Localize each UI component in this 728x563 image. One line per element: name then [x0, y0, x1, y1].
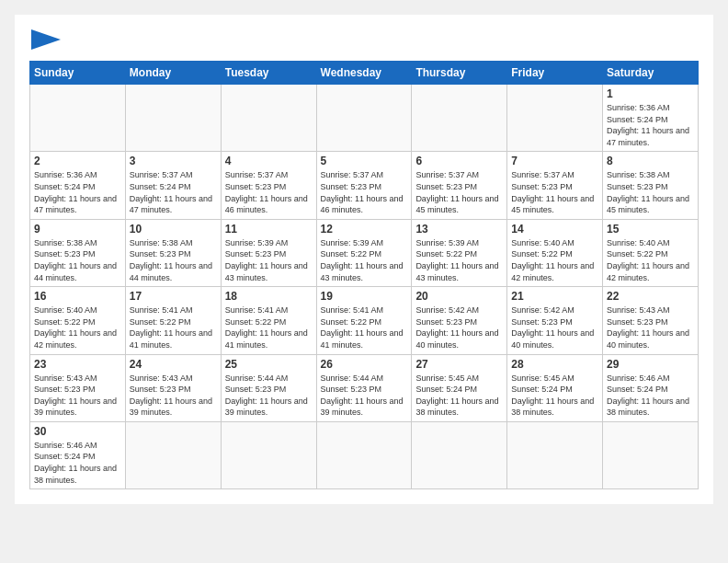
day-info: Sunrise: 5:37 AMSunset: 5:23 PMDaylight:… [511, 169, 598, 215]
day-number: 12 [321, 223, 408, 236]
calendar-week-5: 23Sunrise: 5:43 AMSunset: 5:23 PMDayligh… [30, 354, 699, 421]
calendar-cell-9: 9Sunrise: 5:38 AMSunset: 5:23 PMDaylight… [30, 219, 126, 286]
day-info: Sunrise: 5:39 AMSunset: 5:22 PMDaylight:… [321, 237, 408, 283]
day-info: Sunrise: 5:41 AMSunset: 5:22 PMDaylight:… [225, 304, 313, 350]
calendar-cell-empty [316, 421, 412, 488]
day-number: 1 [607, 87, 694, 100]
day-number: 3 [130, 155, 217, 167]
day-info: Sunrise: 5:45 AMSunset: 5:24 PMDaylight:… [415, 373, 503, 419]
calendar-week-2: 2Sunrise: 5:36 AMSunset: 5:24 PMDaylight… [30, 152, 699, 219]
calendar-week-3: 9Sunrise: 5:38 AMSunset: 5:23 PMDaylight… [30, 219, 699, 286]
day-info: Sunrise: 5:38 AMSunset: 5:23 PMDaylight:… [130, 237, 217, 283]
calendar-header-sunday: Sunday [30, 62, 126, 85]
logo [29, 29, 61, 50]
day-info: Sunrise: 5:37 AMSunset: 5:23 PMDaylight:… [415, 169, 503, 215]
day-info: Sunrise: 5:46 AMSunset: 5:24 PMDaylight:… [607, 373, 694, 419]
calendar-cell-17: 17Sunrise: 5:41 AMSunset: 5:22 PMDayligh… [125, 287, 221, 354]
day-info: Sunrise: 5:43 AMSunset: 5:23 PMDaylight:… [34, 373, 121, 419]
calendar-cell-28: 28Sunrise: 5:45 AMSunset: 5:24 PMDayligh… [507, 354, 603, 421]
calendar-cell-14: 14Sunrise: 5:40 AMSunset: 5:22 PMDayligh… [507, 219, 603, 286]
calendar-cell-26: 26Sunrise: 5:44 AMSunset: 5:23 PMDayligh… [316, 354, 412, 421]
calendar-cell-19: 19Sunrise: 5:41 AMSunset: 5:22 PMDayligh… [316, 287, 412, 354]
day-number: 10 [130, 223, 217, 236]
calendar-cell-3: 3Sunrise: 5:37 AMSunset: 5:24 PMDaylight… [125, 152, 221, 219]
calendar-cell-16: 16Sunrise: 5:40 AMSunset: 5:22 PMDayligh… [30, 287, 126, 354]
day-info: Sunrise: 5:43 AMSunset: 5:23 PMDaylight:… [130, 373, 217, 419]
calendar-week-1: 1Sunrise: 5:36 AMSunset: 5:24 PMDaylight… [30, 85, 699, 152]
calendar-cell-8: 8Sunrise: 5:38 AMSunset: 5:23 PMDaylight… [603, 152, 699, 219]
day-info: Sunrise: 5:42 AMSunset: 5:23 PMDaylight:… [511, 304, 598, 350]
calendar-cell-15: 15Sunrise: 5:40 AMSunset: 5:22 PMDayligh… [603, 219, 699, 286]
calendar-header-row: SundayMondayTuesdayWednesdayThursdayFrid… [30, 62, 699, 85]
day-info: Sunrise: 5:40 AMSunset: 5:22 PMDaylight:… [607, 237, 694, 283]
day-info: Sunrise: 5:40 AMSunset: 5:22 PMDaylight:… [34, 304, 121, 350]
calendar-cell-empty [316, 85, 412, 152]
day-number: 4 [225, 155, 313, 167]
day-info: Sunrise: 5:46 AMSunset: 5:24 PMDaylight:… [34, 440, 121, 486]
calendar-cell-13: 13Sunrise: 5:39 AMSunset: 5:22 PMDayligh… [412, 219, 507, 286]
day-info: Sunrise: 5:37 AMSunset: 5:23 PMDaylight:… [225, 169, 313, 215]
calendar-cell-30: 30Sunrise: 5:46 AMSunset: 5:24 PMDayligh… [30, 421, 126, 488]
day-number: 30 [34, 425, 121, 438]
calendar-cell-empty [412, 85, 507, 152]
calendar-cell-empty [221, 85, 316, 152]
day-number: 19 [321, 290, 408, 303]
day-number: 9 [34, 223, 121, 236]
day-info: Sunrise: 5:44 AMSunset: 5:23 PMDaylight:… [225, 373, 313, 419]
day-number: 17 [130, 290, 217, 303]
calendar-header-monday: Monday [125, 62, 221, 85]
day-number: 2 [34, 155, 121, 167]
calendar-cell-12: 12Sunrise: 5:39 AMSunset: 5:22 PMDayligh… [316, 219, 412, 286]
day-info: Sunrise: 5:39 AMSunset: 5:23 PMDaylight:… [225, 237, 313, 283]
calendar-table: SundayMondayTuesdayWednesdayThursdayFrid… [29, 61, 699, 489]
calendar-cell-23: 23Sunrise: 5:43 AMSunset: 5:23 PMDayligh… [30, 354, 126, 421]
day-number: 28 [511, 358, 598, 371]
calendar-cell-empty [603, 421, 699, 488]
day-info: Sunrise: 5:36 AMSunset: 5:24 PMDaylight:… [607, 102, 694, 148]
day-number: 26 [321, 358, 408, 371]
day-number: 22 [607, 290, 694, 303]
calendar-cell-5: 5Sunrise: 5:37 AMSunset: 5:23 PMDaylight… [316, 152, 412, 219]
calendar-cell-18: 18Sunrise: 5:41 AMSunset: 5:22 PMDayligh… [221, 287, 316, 354]
day-number: 25 [225, 358, 313, 371]
day-info: Sunrise: 5:45 AMSunset: 5:24 PMDaylight:… [511, 373, 598, 419]
day-number: 7 [511, 155, 598, 167]
calendar-cell-25: 25Sunrise: 5:44 AMSunset: 5:23 PMDayligh… [221, 354, 316, 421]
day-info: Sunrise: 5:41 AMSunset: 5:22 PMDaylight:… [130, 304, 217, 350]
calendar-header-friday: Friday [507, 62, 603, 85]
day-number: 23 [34, 358, 121, 371]
calendar-cell-4: 4Sunrise: 5:37 AMSunset: 5:23 PMDaylight… [221, 152, 316, 219]
day-info: Sunrise: 5:38 AMSunset: 5:23 PMDaylight:… [607, 169, 694, 215]
day-number: 14 [511, 223, 598, 236]
day-number: 18 [225, 290, 313, 303]
day-number: 24 [130, 358, 217, 371]
day-number: 16 [34, 290, 121, 303]
day-info: Sunrise: 5:40 AMSunset: 5:22 PMDaylight:… [511, 237, 598, 283]
calendar-week-6: 30Sunrise: 5:46 AMSunset: 5:24 PMDayligh… [30, 421, 699, 488]
calendar-cell-empty [412, 421, 507, 488]
calendar-cell-empty [507, 421, 603, 488]
day-number: 13 [415, 223, 503, 236]
day-number: 20 [415, 290, 503, 303]
calendar-cell-21: 21Sunrise: 5:42 AMSunset: 5:23 PMDayligh… [507, 287, 603, 354]
calendar-header-wednesday: Wednesday [316, 62, 412, 85]
day-number: 8 [607, 155, 694, 167]
day-info: Sunrise: 5:41 AMSunset: 5:22 PMDaylight:… [321, 304, 408, 350]
calendar-cell-6: 6Sunrise: 5:37 AMSunset: 5:23 PMDaylight… [412, 152, 507, 219]
day-info: Sunrise: 5:39 AMSunset: 5:22 PMDaylight:… [415, 237, 503, 283]
day-info: Sunrise: 5:36 AMSunset: 5:24 PMDaylight:… [34, 169, 121, 215]
calendar-cell-29: 29Sunrise: 5:46 AMSunset: 5:24 PMDayligh… [603, 354, 699, 421]
day-number: 6 [415, 155, 503, 167]
day-number: 29 [607, 358, 694, 371]
calendar-cell-11: 11Sunrise: 5:39 AMSunset: 5:23 PMDayligh… [221, 219, 316, 286]
day-info: Sunrise: 5:42 AMSunset: 5:23 PMDaylight:… [415, 304, 503, 350]
calendar-header-thursday: Thursday [412, 62, 507, 85]
day-info: Sunrise: 5:37 AMSunset: 5:23 PMDaylight:… [321, 169, 408, 215]
calendar-cell-24: 24Sunrise: 5:43 AMSunset: 5:23 PMDayligh… [125, 354, 221, 421]
header [29, 29, 699, 50]
calendar-header-saturday: Saturday [603, 62, 699, 85]
calendar-cell-empty [30, 85, 126, 152]
calendar-cell-2: 2Sunrise: 5:36 AMSunset: 5:24 PMDaylight… [30, 152, 126, 219]
day-info: Sunrise: 5:38 AMSunset: 5:23 PMDaylight:… [34, 237, 121, 283]
day-number: 21 [511, 290, 598, 303]
